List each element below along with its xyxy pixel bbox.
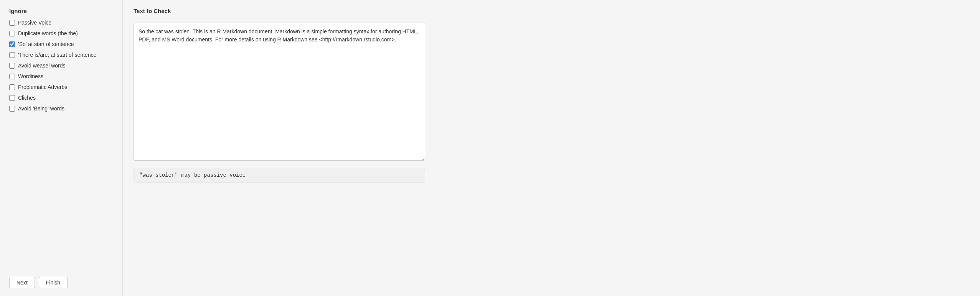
checkbox-there-is[interactable] [9, 52, 15, 58]
checkbox-problematic-adverbs[interactable] [9, 84, 15, 90]
checkbox-label-problematic-adverbs: Problematic Adverbs [18, 84, 67, 90]
checkbox-item-passive-voice[interactable]: Passive Voice [9, 20, 113, 26]
text-check-title: Text to Check [134, 8, 969, 14]
status-bar: "was stolen" may be passive voice [134, 168, 425, 183]
next-button[interactable]: Next [9, 277, 35, 288]
checkbox-duplicate-words[interactable] [9, 31, 15, 36]
checkbox-passive-voice[interactable] [9, 20, 15, 26]
checkbox-cliches[interactable] [9, 95, 15, 101]
checkbox-label-wordiness: Wordiness [18, 73, 43, 79]
checkbox-wordiness[interactable] [9, 74, 15, 79]
checkbox-item-duplicate-words[interactable]: Duplicate words (the the) [9, 30, 113, 36]
checkbox-label-duplicate-words: Duplicate words (the the) [18, 30, 78, 36]
checkbox-label-so-start: 'So' at start of sentence [18, 41, 74, 47]
left-panel: Ignore Passive Voice Duplicate words (th… [0, 0, 123, 296]
right-panel: Text to Check "was stolen" may be passiv… [123, 0, 980, 296]
checkbox-item-being-words[interactable]: Avoid 'Being' words [9, 105, 113, 112]
checkbox-label-weasel-words: Avoid weasel words [18, 62, 65, 69]
checkbox-item-there-is[interactable]: 'There is/are; at start of sentence [9, 52, 113, 58]
checkbox-weasel-words[interactable] [9, 63, 15, 69]
checkbox-item-weasel-words[interactable]: Avoid weasel words [9, 62, 113, 69]
text-check-textarea[interactable] [134, 23, 425, 161]
button-row: Next Finish [9, 277, 113, 288]
checkbox-so-start[interactable] [9, 41, 15, 47]
section-title: Ignore [9, 8, 113, 14]
checkbox-item-wordiness[interactable]: Wordiness [9, 73, 113, 79]
checkbox-item-problematic-adverbs[interactable]: Problematic Adverbs [9, 84, 113, 90]
checkbox-item-cliches[interactable]: Cliches [9, 95, 113, 101]
checkbox-list: Passive Voice Duplicate words (the the) … [9, 20, 113, 112]
text-area-container [134, 23, 425, 162]
checkbox-being-words[interactable] [9, 106, 15, 112]
checkbox-item-so-start[interactable]: 'So' at start of sentence [9, 41, 113, 47]
checkbox-label-there-is: 'There is/are; at start of sentence [18, 52, 96, 58]
checkbox-label-being-words: Avoid 'Being' words [18, 105, 64, 112]
checkbox-label-cliches: Cliches [18, 95, 36, 101]
checkbox-label-passive-voice: Passive Voice [18, 20, 51, 26]
finish-button[interactable]: Finish [39, 277, 68, 288]
